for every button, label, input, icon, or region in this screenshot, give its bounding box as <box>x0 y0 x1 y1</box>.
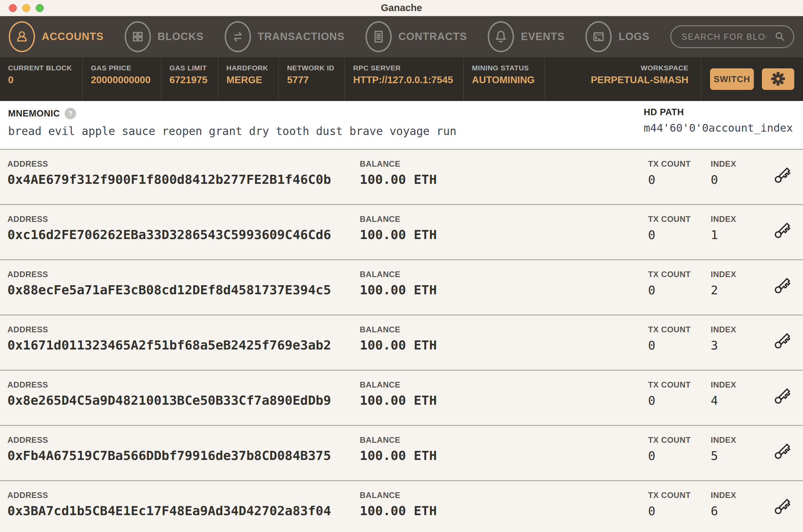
account-index: 3 <box>711 338 772 352</box>
balance-column-label: BALANCE <box>360 325 648 334</box>
status-network-id: NETWORK ID 5777 <box>279 57 345 101</box>
account-balance: 100.00 ETH <box>360 448 648 463</box>
balance-column-label: BALANCE <box>360 435 648 445</box>
tx-count-cell: TX COUNT 0 <box>648 325 711 370</box>
index-cell: INDEX 2 <box>711 270 772 315</box>
show-keys-button[interactable] <box>772 275 793 297</box>
status-label: GAS LIMIT <box>169 64 207 72</box>
switch-workspace-button[interactable]: SWITCH <box>710 68 754 90</box>
balance-cell: BALANCE 100.00 ETH <box>360 214 648 259</box>
tx-count-column-label: TX COUNT <box>648 214 711 224</box>
balance-column-label: BALANCE <box>360 380 648 390</box>
address-cell: ADDRESS 0x1671d011323465A2f51bf68a5eB242… <box>7 325 360 370</box>
key-icon <box>772 347 793 352</box>
tx-count-cell: TX COUNT 0 <box>648 214 711 259</box>
account-balance: 100.00 ETH <box>360 393 648 408</box>
status-label: CURRENT BLOCK <box>8 64 72 72</box>
index-column-label: INDEX <box>711 491 772 500</box>
account-balance: 100.00 ETH <box>360 338 648 353</box>
show-keys-button[interactable] <box>772 496 793 518</box>
status-value: 0 <box>8 74 72 86</box>
tab-transactions[interactable]: TRANSACTIONS <box>225 21 344 52</box>
key-cell <box>772 435 803 480</box>
search-icon <box>773 30 787 43</box>
account-row: ADDRESS 0x3BA7cd1b5CB4E1Ec17F48Ea9Ad34D4… <box>0 481 803 532</box>
status-label: NETWORK ID <box>287 64 334 72</box>
key-cell <box>772 270 803 315</box>
contract-icon <box>366 21 392 52</box>
account-tx-count: 0 <box>648 449 711 463</box>
account-index: 0 <box>711 173 772 187</box>
tx-count-cell: TX COUNT 0 <box>648 380 711 425</box>
blocks-icon <box>125 21 151 52</box>
minimize-window-button[interactable] <box>22 4 30 12</box>
tab-contracts-label: CONTRACTS <box>398 31 467 43</box>
tab-blocks[interactable]: BLOCKS <box>125 21 204 52</box>
account-row: ADDRESS 0x4AE679f312f900F1f800d8412b277F… <box>0 150 803 205</box>
tab-accounts[interactable]: ACCOUNTS <box>9 21 104 52</box>
tx-count-column-label: TX COUNT <box>648 491 711 500</box>
index-column-label: INDEX <box>711 325 772 334</box>
status-label: GAS PRICE <box>91 64 151 72</box>
tab-logs[interactable]: LOGS <box>585 21 649 52</box>
account-address: 0xc16d2FE706262EBa33D3286543C5993609C46C… <box>7 227 360 242</box>
key-cell <box>772 214 803 259</box>
account-row: ADDRESS 0xFb4A67519C7Ba566DDbf79916de37b… <box>0 426 803 481</box>
close-window-button[interactable] <box>9 4 17 12</box>
show-keys-button[interactable] <box>772 220 793 242</box>
address-column-label: ADDRESS <box>7 491 360 500</box>
address-cell: ADDRESS 0xFb4A67519C7Ba566DDbf79916de37b… <box>7 435 360 480</box>
key-cell <box>772 491 803 532</box>
account-tx-count: 0 <box>648 173 711 187</box>
tx-count-column-label: TX COUNT <box>648 380 711 390</box>
tab-events-label: EVENTS <box>521 31 564 43</box>
show-keys-button[interactable] <box>772 330 793 352</box>
account-address: 0x1671d011323465A2f51bf68a5eB2425f769e3a… <box>7 338 360 353</box>
status-workspace: WORKSPACE PERPETUAL-SMASH <box>545 57 701 101</box>
account-address: 0x4AE679f312f900F1f800d8412b277FE2B1f46C… <box>7 172 360 187</box>
account-index: 2 <box>711 283 772 297</box>
accounts-list: ADDRESS 0x4AE679f312f900F1f800d8412b277F… <box>0 149 803 532</box>
key-icon <box>772 292 793 297</box>
address-cell: ADDRESS 0x88ecFe5a71aFE3cB08cd12DEf8d458… <box>7 270 360 315</box>
account-tx-count: 0 <box>648 504 711 518</box>
index-cell: INDEX 6 <box>711 491 772 532</box>
person-icon <box>9 21 35 52</box>
tab-logs-label: LOGS <box>618 31 649 43</box>
tx-count-cell: TX COUNT 0 <box>648 270 711 315</box>
index-column-label: INDEX <box>711 159 772 169</box>
status-current-block: CURRENT BLOCK 0 <box>0 57 83 101</box>
show-keys-button[interactable] <box>772 441 793 463</box>
address-column-label: ADDRESS <box>7 159 360 169</box>
address-cell: ADDRESS 0x3BA7cd1b5CB4E1Ec17F48Ea9Ad34D4… <box>7 491 360 532</box>
account-index: 5 <box>711 449 772 463</box>
gear-icon <box>769 70 787 89</box>
key-icon <box>772 458 793 463</box>
help-icon[interactable]: ? <box>65 108 76 119</box>
address-column-label: ADDRESS <box>7 380 360 390</box>
balance-cell: BALANCE 100.00 ETH <box>360 435 648 480</box>
zoom-window-button[interactable] <box>36 4 44 12</box>
tab-contracts[interactable]: CONTRACTS <box>366 21 467 52</box>
key-icon <box>772 402 793 407</box>
settings-button[interactable] <box>762 68 794 90</box>
index-cell: INDEX 0 <box>711 159 772 204</box>
status-mining-status: MINING STATUS AUTOMINING <box>464 57 545 101</box>
show-keys-button[interactable] <box>772 385 793 407</box>
address-column-label: ADDRESS <box>7 214 360 224</box>
balance-cell: BALANCE 100.00 ETH <box>360 159 648 204</box>
show-keys-button[interactable] <box>772 165 793 187</box>
tab-events[interactable]: EVENTS <box>488 21 564 52</box>
account-balance: 100.00 ETH <box>360 283 648 297</box>
transactions-icon <box>225 21 251 52</box>
account-tx-count: 0 <box>648 394 711 407</box>
account-address: 0xFb4A67519C7Ba566DDbf79916de37b8CD084B3… <box>7 448 360 463</box>
balance-cell: BALANCE 100.00 ETH <box>360 270 648 315</box>
address-cell: ADDRESS 0xc16d2FE706262EBa33D3286543C599… <box>7 214 360 259</box>
status-value: 6721975 <box>169 74 207 86</box>
account-balance: 100.00 ETH <box>360 504 648 518</box>
balance-column-label: BALANCE <box>360 214 648 224</box>
status-label: RPC SERVER <box>353 64 453 72</box>
account-balance: 100.00 ETH <box>360 227 648 242</box>
balance-column-label: BALANCE <box>360 270 648 279</box>
